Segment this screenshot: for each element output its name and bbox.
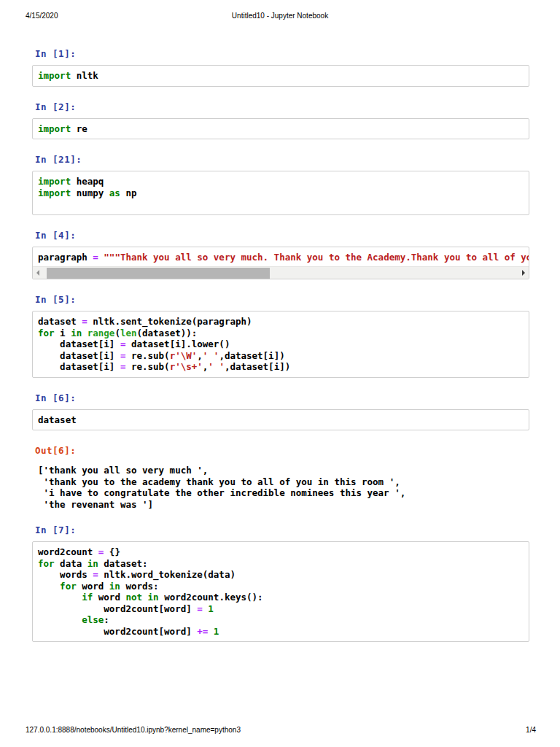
code-line: word2count[word] = 1 bbox=[38, 603, 524, 615]
left-arrow-icon[interactable] bbox=[36, 270, 39, 276]
input-prompt: In [6]: bbox=[35, 392, 529, 403]
print-header: 4/15/2020 Untitled10 - Jupyter Notebook bbox=[26, 12, 534, 22]
code-line: import nltk bbox=[38, 70, 524, 82]
code-cell[interactable]: import re bbox=[32, 118, 529, 140]
code-line: words = nltk.word_tokenize(data) bbox=[38, 569, 524, 581]
code-line: import re bbox=[38, 123, 524, 135]
code-line: import heapq bbox=[38, 176, 524, 187]
input-prompt: In [7]: bbox=[35, 525, 529, 535]
output-line: ['thank you all so very much ', bbox=[38, 465, 524, 476]
code-line bbox=[38, 198, 524, 210]
code-line: word2count = {} bbox=[38, 546, 524, 558]
output-line: 'i have to congratulate the other incred… bbox=[38, 487, 524, 499]
code-cell[interactable]: import heapqimport numpy as np bbox=[32, 171, 529, 215]
code-line: import numpy as np bbox=[38, 187, 524, 199]
horizontal-scrollbar[interactable] bbox=[33, 266, 529, 279]
code-line: dataset[i] = re.sub(r'\s+',' ',dataset[i… bbox=[38, 361, 524, 373]
code-line: paragraph = """Thank you all so very muc… bbox=[38, 252, 524, 263]
output-line: 'thank you to the academy thank you to a… bbox=[38, 476, 524, 488]
code-line: dataset[i] = re.sub(r'\W',' ',dataset[i]… bbox=[38, 350, 524, 362]
print-footer: 127.0.0.1:8888/notebooks/Untitled10.ipyn… bbox=[26, 726, 536, 734]
output-line: 'the revenant was '] bbox=[38, 499, 524, 511]
code-line: if word not in word2count.keys(): bbox=[38, 592, 524, 603]
code-line: dataset = nltk.sent_tokenize(paragraph) bbox=[38, 316, 524, 328]
notebook-url: 127.0.0.1:8888/notebooks/Untitled10.ipyn… bbox=[26, 726, 241, 734]
input-prompt: In [2]: bbox=[35, 101, 529, 112]
input-prompt: In [4]: bbox=[35, 230, 529, 241]
code-cell[interactable]: paragraph = """Thank you all so very muc… bbox=[32, 247, 529, 280]
input-prompt: In [21]: bbox=[35, 154, 529, 165]
code-line: dataset bbox=[38, 414, 524, 426]
code-line: for i in range(len(dataset)): bbox=[38, 328, 524, 339]
code-cell[interactable]: import nltk bbox=[32, 65, 529, 87]
code-line: else: bbox=[38, 614, 524, 626]
code-cell[interactable]: dataset = nltk.sent_tokenize(paragraph)f… bbox=[32, 311, 529, 378]
output-area: ['thank you all so very much ', 'thank y… bbox=[32, 462, 529, 510]
input-prompt: In [5]: bbox=[35, 294, 529, 305]
input-prompt: In [1]: bbox=[35, 48, 529, 59]
code-line: dataset[i] = dataset[i].lower() bbox=[38, 338, 524, 350]
page-number: 1/4 bbox=[526, 726, 536, 734]
code-line: word2count[word] += 1 bbox=[38, 626, 524, 638]
code-cell[interactable]: word2count = {}for data in dataset: word… bbox=[32, 541, 529, 642]
page-title: Untitled10 - Jupyter Notebook bbox=[26, 12, 534, 20]
notebook-print-page: 4/15/2020 Untitled10 - Jupyter Notebook … bbox=[0, 0, 560, 747]
right-arrow-icon[interactable] bbox=[522, 270, 525, 276]
code-line: for word in words: bbox=[38, 581, 524, 592]
code-cell[interactable]: dataset bbox=[32, 409, 529, 431]
output-prompt: Out[6]: bbox=[35, 445, 529, 456]
code-line: for data in dataset: bbox=[38, 558, 524, 570]
notebook-cells: In [1]:import nltkIn [2]:import reIn [21… bbox=[32, 48, 529, 642]
scrollbar-thumb[interactable] bbox=[47, 268, 270, 279]
